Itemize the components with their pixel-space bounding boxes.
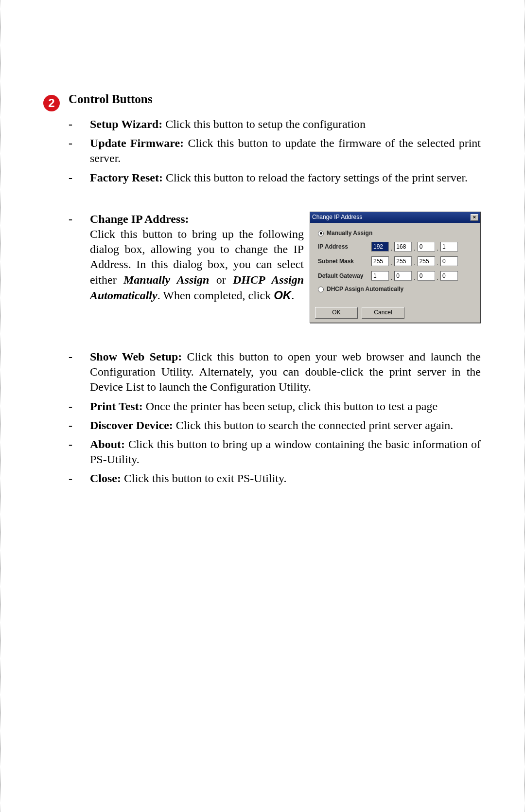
close-icon[interactable]: ×	[471, 214, 478, 221]
dot-separator: .	[390, 260, 393, 268]
mask-octet-input[interactable]: 255	[394, 256, 412, 266]
item-text: Click this button to bring up a window c…	[90, 438, 481, 466]
dot-separator: .	[437, 274, 439, 282]
list-item: Show Web Setup: Click this button to ope…	[90, 349, 481, 395]
gw-octet-input[interactable]: 1	[371, 271, 389, 281]
item-text: Once the printer has been setup, click t…	[143, 400, 438, 413]
gw-octet-input[interactable]: 0	[418, 271, 435, 281]
item-label: About:	[90, 438, 125, 451]
bullet-list-changeip: Change IP Address: Click this button to …	[90, 212, 481, 323]
label-subnet-mask: Subnet Mask	[318, 258, 371, 266]
item-label: Close:	[90, 472, 121, 485]
ok-label: OK	[274, 289, 291, 302]
dot-separator: .	[390, 245, 393, 253]
radio-manually-assign[interactable]: Manually Assign	[318, 230, 472, 237]
list-item: Close: Click this button to exit PS-Util…	[90, 471, 481, 486]
item-text: . When completed, click	[158, 289, 274, 302]
mask-octet-input[interactable]: 255	[371, 256, 389, 266]
item-label: Show Web Setup:	[90, 350, 182, 363]
ip-octet-input[interactable]: 0	[418, 242, 435, 252]
radio-dhcp-assign[interactable]: DHCP Assign Automatically	[318, 286, 472, 293]
item-text: Click this button to search the connecte…	[173, 419, 454, 432]
list-item-change-ip: Change IP Address: Click this button to …	[90, 212, 481, 323]
dialog-title: Change IP Address	[312, 214, 362, 221]
dot-separator: .	[413, 260, 416, 268]
list-item: Discover Device: Click this button to se…	[90, 418, 481, 433]
ok-button[interactable]: OK	[315, 307, 358, 319]
list-item: Setup Wizard: Click this button to setup…	[90, 117, 481, 132]
item-label: Setup Wizard:	[90, 118, 162, 130]
item-text: Click this button to setup the configura…	[162, 118, 366, 130]
dot-separator: .	[437, 260, 439, 268]
ip-octet-input[interactable]: 1	[440, 242, 458, 252]
item-label: Factory Reset:	[90, 171, 163, 184]
change-ip-dialog: Change IP Address × Manually Assign IP A…	[310, 212, 481, 323]
dot-separator: .	[437, 245, 439, 253]
list-item: Update Firmware: Click this button to up…	[90, 136, 481, 166]
section-title: Control Buttons	[69, 92, 481, 106]
radio-icon	[318, 231, 324, 236]
ip-octet-input[interactable]: 192	[371, 242, 389, 252]
list-item: Factory Reset: Click this button to relo…	[90, 170, 481, 185]
item-label: Print Test:	[90, 400, 143, 413]
label-ip-address: IP Address	[318, 243, 371, 251]
item-label: Update Firmware:	[90, 137, 184, 149]
radio-label: Manually Assign	[327, 230, 372, 237]
item-label: Discover Device:	[90, 419, 173, 432]
label-default-gateway: Default Gateway	[318, 272, 371, 280]
dot-separator: .	[413, 274, 416, 282]
gw-octet-input[interactable]: 0	[440, 271, 458, 281]
radio-icon	[318, 287, 324, 292]
item-text: Click this button to reload the factory …	[163, 171, 468, 184]
list-item: Print Test: Once the printer has been se…	[90, 399, 481, 414]
radio-label: DHCP Assign Automatically	[327, 286, 403, 293]
item-label: Change IP Address:	[90, 213, 189, 225]
list-item: About: Click this button to bring up a w…	[90, 437, 481, 467]
emphasis: Manually Assign	[123, 273, 209, 286]
mask-octet-input[interactable]: 255	[418, 256, 435, 266]
item-text: .	[291, 289, 294, 302]
gw-octet-input[interactable]: 0	[394, 271, 412, 281]
dot-separator: .	[390, 274, 393, 282]
step-number-badge: 2	[43, 95, 60, 111]
mask-octet-input[interactable]: 0	[440, 256, 458, 266]
ip-octet-input[interactable]: 168	[394, 242, 412, 252]
item-text: or	[209, 273, 233, 286]
dialog-titlebar: Change IP Address ×	[310, 212, 480, 223]
bullet-list-bottom: Show Web Setup: Click this button to ope…	[90, 349, 481, 487]
bullet-list-top: Setup Wizard: Click this button to setup…	[90, 117, 481, 185]
cancel-button[interactable]: Cancel	[362, 307, 404, 319]
dot-separator: .	[413, 245, 416, 253]
item-text: Click this button to exit PS-Utility.	[121, 472, 286, 485]
